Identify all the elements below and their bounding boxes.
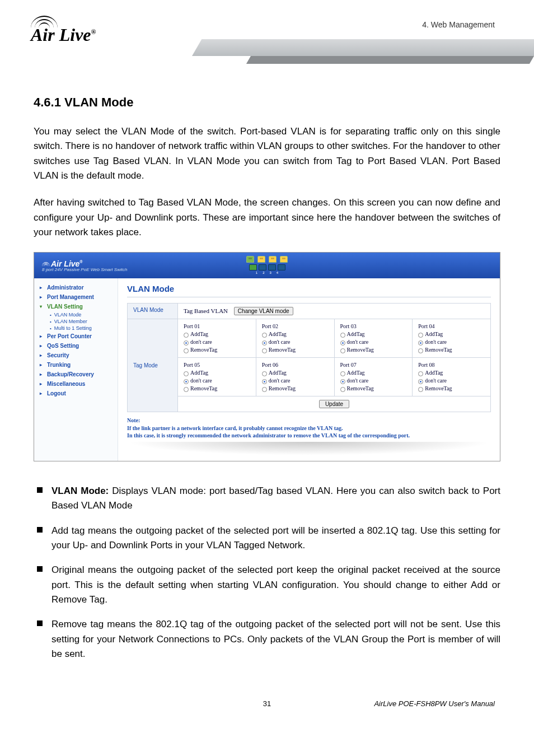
- radio-dontcare[interactable]: don't care: [340, 377, 407, 385]
- page-number: 31: [191, 699, 343, 708]
- list-item: VLAN Mode: Displays VLAN mode: port base…: [34, 484, 500, 514]
- radio-dontcare[interactable]: don't care: [418, 377, 485, 385]
- radio-dontcare[interactable]: don't care: [184, 377, 250, 385]
- sidebar-label: Trunking: [47, 362, 71, 368]
- ss-note: Note: If the link partner is a network i…: [127, 417, 491, 440]
- device-diagram-icon: 1 2 3 4: [242, 256, 292, 275]
- vlan-mode-value-cell: Tag Based VLAN Change VLAN mode: [178, 304, 491, 319]
- radio-addtag[interactable]: AddTag: [184, 330, 250, 338]
- sidebar-item-trunking[interactable]: Trunking: [34, 360, 118, 370]
- bullet-text: Remove tag means the 802.1Q tag of the o…: [51, 619, 500, 659]
- header-band: [192, 39, 534, 56]
- port-name: Port 02: [262, 323, 329, 330]
- radio-addtag[interactable]: AddTag: [340, 330, 407, 338]
- sidebar-item-security[interactable]: Security: [34, 351, 118, 360]
- page-header: Air Live® 4. Web Management: [0, 0, 534, 78]
- radio-addtag[interactable]: AddTag: [262, 369, 329, 377]
- vlan-table: VLAN Mode Tag Based VLAN Change VLAN mod…: [127, 303, 491, 412]
- list-item: Add tag means the outgoing packet of the…: [34, 524, 500, 553]
- bullet-text: Original means the outgoing packet of th…: [51, 564, 500, 605]
- radio-removetag[interactable]: RemoveTag: [184, 385, 250, 393]
- cell-label: Tag Mode: [133, 362, 158, 368]
- radio-removetag[interactable]: RemoveTag: [340, 346, 407, 354]
- sidebar-label: Port Management: [47, 294, 94, 300]
- port-name: Port 01: [184, 323, 250, 330]
- radio-removetag[interactable]: RemoveTag: [184, 346, 250, 354]
- radio-dontcare[interactable]: don't care: [340, 338, 407, 346]
- ss-wifi-icon: [42, 262, 50, 267]
- port-block: Port 06AddTagdon't careRemoveTag: [256, 358, 334, 396]
- change-vlan-mode-button[interactable]: Change VLAN mode: [234, 307, 293, 315]
- intro-p2: After having switched to Tag Based VLAN …: [34, 195, 500, 240]
- port-num: 2: [263, 271, 264, 274]
- bullet-lead: VLAN Mode:: [51, 486, 109, 496]
- sidebar-item-qos-setting[interactable]: QoS Setting: [34, 341, 118, 351]
- cell-label: VLAN Mode: [133, 307, 163, 313]
- ss-main: VLAN Mode VLAN Mode Tag Based VLAN Chang…: [118, 278, 500, 461]
- sidebar-label: Backup/Recovery: [47, 371, 94, 377]
- section-heading: 4.6.1 VLAN Mode: [34, 95, 500, 110]
- sidebar-label: Security: [47, 352, 69, 358]
- sidebar-item-vlan-member[interactable]: VLAN Member: [34, 318, 118, 325]
- radio-dontcare[interactable]: don't care: [262, 338, 329, 346]
- ports-row-a: Port 01AddTagdon't careRemoveTagPort 02A…: [178, 319, 491, 358]
- manual-title: AirLive POE-FSH8PW User's Manual: [343, 699, 495, 708]
- vlan-mode-label-cell: VLAN Mode: [128, 304, 178, 319]
- radio-addtag[interactable]: AddTag: [340, 369, 407, 377]
- ss-logo-reg: ®: [79, 260, 82, 264]
- sidebar-item-backup-recovery[interactable]: Backup/Recovery: [34, 370, 118, 379]
- ss-page-title: VLAN Mode: [127, 284, 491, 293]
- radio-addtag[interactable]: AddTag: [418, 369, 485, 377]
- sidebar-label: Per Port Counter: [47, 333, 92, 339]
- vlan-mode-value: Tag Based VLAN: [184, 307, 228, 314]
- radio-addtag[interactable]: AddTag: [262, 330, 329, 338]
- ss-sidebar: Administrator Port Management VLAN Setti…: [34, 278, 118, 461]
- sidebar-item-administrator[interactable]: Administrator: [34, 283, 118, 292]
- sidebar-label: Miscellaneous: [47, 381, 85, 387]
- main-content: 4.6.1 VLAN Mode You may select the VLAN …: [0, 78, 534, 694]
- port-block: Port 07AddTagdon't careRemoveTag: [334, 358, 413, 396]
- radio-removetag[interactable]: RemoveTag: [418, 385, 485, 393]
- sidebar-label: VLAN Mode: [54, 312, 82, 318]
- radio-removetag[interactable]: RemoveTag: [262, 385, 329, 393]
- port-block: Port 03AddTagdon't careRemoveTag: [334, 319, 413, 357]
- radio-removetag[interactable]: RemoveTag: [418, 346, 485, 354]
- port-block: Port 04AddTagdon't careRemoveTag: [412, 319, 490, 357]
- ss-body: Administrator Port Management VLAN Setti…: [34, 278, 500, 461]
- sidebar-label: Administrator: [47, 284, 84, 291]
- port-num: 3: [270, 271, 271, 274]
- bullet-list: VLAN Mode: Displays VLAN mode: port base…: [34, 484, 500, 661]
- page-footer: 31 AirLive POE-FSH8PW User's Manual: [0, 694, 534, 725]
- port-num: 4: [277, 271, 278, 274]
- sidebar-item-miscellaneous[interactable]: Miscellaneous: [34, 379, 118, 389]
- radio-addtag[interactable]: AddTag: [184, 369, 250, 377]
- sidebar-item-per-port-counter[interactable]: Per Port Counter: [34, 332, 118, 341]
- ss-product-line: 8 port 24V Passive PoE Web Smart Switch: [42, 267, 127, 272]
- ss-header: Air Live® 8 port 24V Passive PoE Web Sma…: [34, 253, 500, 278]
- port-block: Port 05AddTagdon't careRemoveTag: [178, 358, 256, 396]
- sidebar-item-vlan-mode[interactable]: VLAN Mode: [34, 311, 118, 318]
- radio-dontcare[interactable]: don't care: [262, 377, 329, 385]
- reflection-shadow: [127, 442, 491, 455]
- sidebar-item-multi-to-1[interactable]: Multi to 1 Setting: [34, 325, 118, 332]
- brand-logo: Air Live®: [31, 16, 96, 45]
- header-shadow: [246, 56, 534, 64]
- wifi-arcs-icon: [31, 16, 59, 28]
- sidebar-item-port-management[interactable]: Port Management: [34, 292, 118, 302]
- list-item: Original means the outgoing packet of th…: [34, 563, 500, 607]
- update-button[interactable]: Update: [319, 400, 349, 408]
- radio-dontcare[interactable]: don't care: [418, 338, 485, 346]
- ports-row-b: Port 05AddTagdon't careRemoveTagPort 06A…: [178, 358, 491, 396]
- radio-removetag[interactable]: RemoveTag: [262, 346, 329, 354]
- radio-removetag[interactable]: RemoveTag: [340, 385, 407, 393]
- radio-addtag[interactable]: AddTag: [418, 330, 485, 338]
- chapter-label: 4. Web Management: [422, 20, 495, 29]
- sidebar-item-logout[interactable]: Logout: [34, 389, 118, 398]
- ss-logo-block: Air Live® 8 port 24V Passive PoE Web Sma…: [42, 259, 127, 272]
- note-line-1: If the link partner is a network interfa…: [127, 425, 343, 431]
- sidebar-item-vlan-setting[interactable]: VLAN Setting: [34, 302, 118, 311]
- radio-dontcare[interactable]: don't care: [184, 338, 250, 346]
- port-name: Port 08: [418, 361, 485, 369]
- tag-mode-label-cell: Tag Mode: [128, 319, 178, 412]
- note-line-2: In this case, it is strongly recommended…: [127, 432, 410, 438]
